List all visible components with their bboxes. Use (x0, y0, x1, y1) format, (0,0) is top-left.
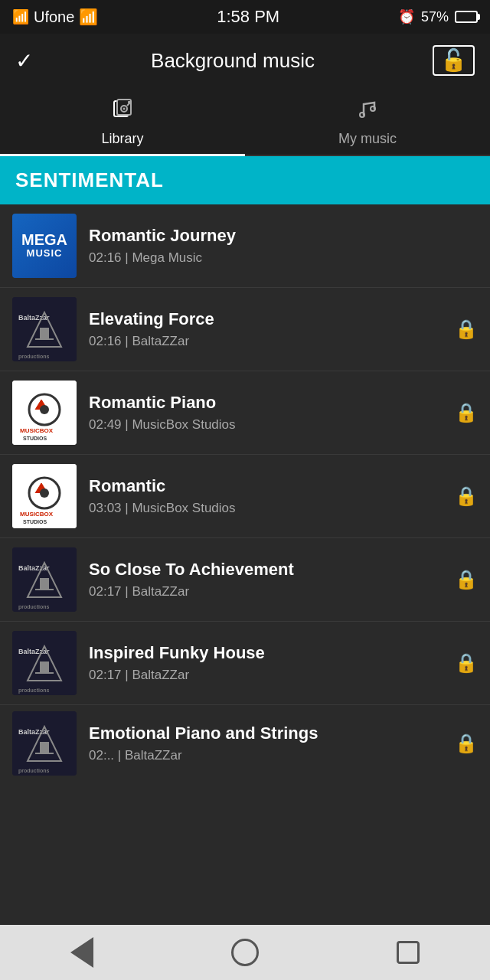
svg-point-7 (371, 106, 375, 111)
lock-button[interactable]: 🔓 (433, 45, 475, 76)
track-meta: 03:03 | MusicBox Studios (89, 501, 443, 516)
album-art: MUSICBOX STUDIOS (12, 381, 77, 445)
status-time: 1:58 PM (217, 7, 279, 27)
svg-text:STUDIOS: STUDIOS (23, 436, 47, 441)
svg-point-3 (123, 108, 126, 110)
list-item[interactable]: BaltaZzar productions Emotional Piano an… (0, 705, 490, 782)
tabs: Library My music (0, 87, 490, 156)
svg-rect-40 (40, 742, 49, 753)
music-info: Emotional Piano and Strings 02:.. | Balt… (77, 724, 455, 763)
track-title: Inspired Funky House (89, 643, 443, 663)
track-meta: 02:16 | Mega Music (89, 250, 466, 266)
lock-icon: 🔒 (455, 318, 478, 340)
battery-icon (455, 11, 478, 23)
music-info: Inspired Funky House 02:17 | BaltaZZar (77, 643, 455, 683)
album-art: BaltaZzar productions (12, 297, 77, 361)
track-meta: 02:.. | BaltaZZar (89, 748, 443, 763)
track-meta: 02:16 | BaltaZZar (89, 334, 443, 349)
svg-text:productions: productions (18, 688, 50, 694)
music-info: Romantic Journey 02:16 | Mega Music (77, 226, 478, 266)
music-info: Romantic 03:03 | MusicBox Studios (77, 476, 455, 516)
back-icon (70, 937, 93, 968)
track-title: Emotional Piano and Strings (89, 724, 443, 743)
status-bar: 📶 Ufone 📶 1:58 PM ⏰ 57% (0, 0, 490, 34)
svg-point-16 (40, 405, 49, 414)
svg-text:MUSICBOX: MUSICBOX (20, 427, 54, 434)
music-list: MEGA MUSIC Romantic Journey 02:16 | Mega… (0, 204, 490, 782)
svg-rect-28 (40, 578, 49, 590)
status-right: ⏰ 57% (398, 8, 478, 25)
svg-text:productions: productions (18, 768, 50, 774)
music-info: Elevating Force 02:16 | BaltaZZar (77, 309, 455, 349)
battery-percent: 57% (421, 9, 449, 25)
tab-my-music[interactable]: My music (245, 87, 490, 155)
list-item[interactable]: MUSICBOX STUDIOS Romantic Piano 02:49 | … (0, 371, 490, 455)
lock-icon: 🔒 (455, 485, 478, 507)
category-title: SENTIMENTAL (15, 168, 164, 191)
list-item[interactable]: BaltaZzar productions Elevating Force 02… (0, 288, 490, 371)
track-title: So Close To Achievement (89, 560, 443, 580)
recents-icon (397, 941, 420, 964)
track-meta: 02:17 | BaltaZZar (89, 584, 443, 599)
music-note-icon (356, 98, 379, 126)
list-item[interactable]: BaltaZzar productions Inspired Funky Hou… (0, 622, 490, 705)
bottom-nav (0, 925, 490, 980)
track-title: Romantic Piano (89, 393, 443, 413)
track-title: Elevating Force (89, 309, 443, 329)
album-art: BaltaZzar productions (12, 631, 77, 695)
wifi-icon: 📶 (79, 8, 98, 26)
music-info: So Close To Achievement 02:17 | BaltaZZa… (77, 560, 455, 599)
svg-point-21 (40, 488, 49, 498)
category-header: SENTIMENTAL (0, 156, 490, 204)
track-title: Romantic (89, 476, 443, 496)
list-item[interactable]: MUSICBOX STUDIOS Romantic 03:03 | MusicB… (0, 455, 490, 538)
tab-library-label: Library (101, 131, 143, 147)
recents-button[interactable] (389, 933, 427, 972)
album-art: MUSICBOX STUDIOS (12, 464, 77, 528)
back-button[interactable] (63, 933, 101, 972)
home-button[interactable] (226, 933, 264, 972)
track-meta: 02:17 | BaltaZZar (89, 668, 443, 683)
svg-text:productions: productions (18, 604, 50, 610)
lock-icon: 🔒 (455, 569, 478, 590)
list-item[interactable]: MEGA MUSIC Romantic Journey 02:16 | Mega… (0, 204, 490, 288)
signal-icon: 📶 (12, 8, 29, 25)
lock-icon: 🔒 (455, 402, 478, 423)
svg-rect-34 (40, 662, 49, 673)
confirm-button[interactable]: ✓ (15, 48, 33, 74)
svg-text:productions: productions (18, 354, 50, 360)
album-art: BaltaZzar productions (12, 711, 77, 776)
lock-icon: 🔒 (455, 652, 478, 674)
track-title: Romantic Journey (89, 226, 466, 246)
svg-text:STUDIOS: STUDIOS (23, 519, 47, 524)
alarm-icon: ⏰ (398, 8, 415, 25)
status-left: 📶 Ufone 📶 (12, 8, 98, 26)
svg-text:MUSICBOX: MUSICBOX (20, 511, 54, 518)
library-icon (111, 98, 134, 126)
lock-icon: 🔒 (455, 733, 478, 754)
page-title: Background music (151, 49, 315, 73)
list-item[interactable]: BaltaZzar productions So Close To Achiev… (0, 538, 490, 622)
album-art: MEGA MUSIC (12, 214, 77, 278)
svg-rect-5 (128, 101, 131, 103)
svg-point-6 (360, 113, 364, 117)
album-art: BaltaZzar productions (12, 547, 77, 612)
tab-library[interactable]: Library (0, 87, 245, 155)
tab-my-music-label: My music (338, 131, 397, 147)
carrier-label: Ufone (34, 8, 74, 26)
track-meta: 02:49 | MusicBox Studios (89, 417, 443, 433)
music-info: Romantic Piano 02:49 | MusicBox Studios (77, 393, 455, 433)
svg-rect-12 (40, 328, 49, 339)
top-bar: ✓ Background music 🔓 (0, 34, 490, 87)
home-icon (231, 939, 259, 966)
